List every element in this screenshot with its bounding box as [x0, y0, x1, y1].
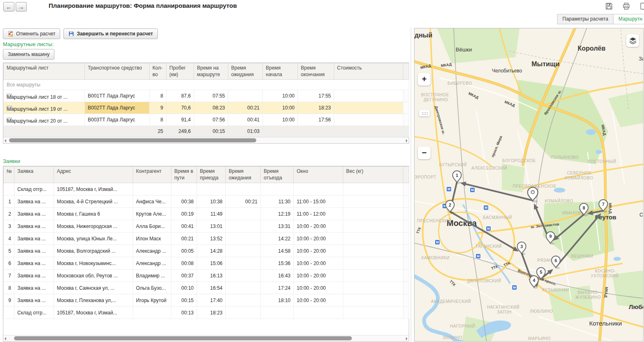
cell-address[interactable]: Москва г, Плеханова ул,... [54, 294, 133, 307]
cell-travel[interactable]: 00:08 [171, 257, 197, 270]
cell-window[interactable] [294, 183, 343, 195]
cell-num[interactable]: 6 [4, 257, 14, 270]
cell-wait[interactable] [226, 294, 261, 307]
cell-request[interactable]: Заявка на ... [14, 245, 54, 257]
route-marker-9[interactable]: 9 [546, 232, 555, 245]
cell-arrival[interactable]: 16:13 [197, 270, 226, 282]
column-header[interactable]: Маршрутный лист [4, 63, 85, 80]
route-marker-6[interactable]: 6 [552, 256, 560, 269]
cell-wait[interactable] [226, 233, 261, 245]
route-sheet-row[interactable]: Маршрутный лист 20 от ...B003TT Лада Лар… [4, 114, 409, 126]
cell-wait_time[interactable] [228, 90, 263, 102]
panel-splitter[interactable] [411, 28, 412, 342]
cell-wait[interactable] [226, 220, 261, 233]
route-marker-4[interactable]: 4 [530, 276, 539, 289]
cell-departure[interactable]: 18:10 [261, 294, 294, 307]
cell-departure[interactable]: 12:19 [261, 208, 294, 220]
column-header[interactable]: Время ожидания [226, 167, 261, 183]
cell-address[interactable]: 105187, Москва г, Измай... [54, 183, 133, 195]
cell-arrival[interactable]: 10:38 [197, 195, 226, 208]
column-header[interactable]: Транспортное средство [85, 63, 150, 80]
route-marker-2[interactable]: 2 [446, 200, 454, 214]
cell-arrival[interactable]: 14:28 [197, 245, 226, 257]
map-panel[interactable]: дныйВёшкиКоролёвМытищиЧелобитьевоМоскваР… [414, 28, 644, 342]
cell-arrival[interactable]: 13:01 [197, 220, 226, 233]
cell-name[interactable]: Маршрутный лист 20 от ... [4, 114, 85, 126]
print-icon[interactable] [623, 2, 630, 10]
column-header[interactable]: Адрес [54, 167, 133, 183]
cell-distance[interactable]: 91,4 [166, 114, 194, 126]
cell-weight[interactable] [343, 233, 403, 245]
cell-distance[interactable]: 87,6 [166, 90, 194, 102]
cell-weight[interactable] [343, 294, 403, 307]
cell-num[interactable] [4, 183, 14, 195]
route-sheet-row[interactable]: Маршрутный лист 18 от ...B001TT Лада Лар… [4, 90, 409, 102]
cell-address[interactable]: Москва, Волгоградский ... [54, 245, 133, 257]
cell-end[interactable]: 18:23 [298, 102, 334, 114]
cell-vehicle[interactable]: B001TT Лада Ларгус [85, 90, 150, 102]
cell-num[interactable]: 2 [4, 208, 14, 220]
cell-travel[interactable]: 00:05 [171, 245, 197, 257]
column-header[interactable]: Окно [294, 167, 343, 183]
cell-counterparty[interactable]: Александр ... [133, 245, 171, 257]
scroll-right-icon[interactable] [406, 337, 407, 340]
cell-window[interactable]: 10:00 - 20:00 [294, 220, 343, 233]
finish-calc-button[interactable]: Завершить и перенести расчет [63, 28, 158, 39]
cell-travel[interactable]: 00:13 [171, 307, 197, 319]
request-row[interactable]: 8Заявка на ...Москва г, Саянская ул, ...… [4, 282, 409, 294]
cell-start[interactable]: 10:00 [263, 102, 298, 114]
cell-counterparty[interactable]: Крутов Але... [133, 208, 171, 220]
cell-window[interactable]: 11:00 - 12:00 [294, 208, 343, 220]
cell-num[interactable]: 7 [4, 270, 14, 282]
cell-request[interactable]: Склад отгр... [14, 183, 54, 195]
column-header[interactable]: Время начала [263, 63, 298, 80]
cell-cost[interactable] [334, 114, 403, 126]
group-row[interactable]: Все маршруты [4, 80, 409, 90]
cell-count[interactable]: 8 [150, 90, 166, 102]
cell-counterparty[interactable]: Анфиса Че... [133, 195, 171, 208]
cell-arrival[interactable]: 16:54 [197, 282, 226, 294]
scroll-thumb[interactable] [9, 138, 256, 142]
cell-start[interactable]: 10:00 [263, 114, 298, 126]
cell-num[interactable]: 4 [4, 233, 14, 245]
route-marker-1[interactable]: 1 [453, 171, 461, 184]
cell-travel[interactable]: 00:10 [171, 282, 197, 294]
cell-counterparty[interactable]: Игорь Крутой [133, 294, 171, 307]
route-marker-8[interactable]: 8 [580, 203, 588, 216]
cell-request[interactable]: Склад отгр... [14, 307, 54, 319]
column-header[interactable]: Стоимость [334, 63, 403, 80]
cell-counterparty[interactable] [133, 307, 171, 319]
layers-button[interactable] [626, 34, 639, 47]
requests-hscrollbar[interactable] [3, 335, 409, 341]
cell-travel[interactable] [171, 183, 197, 195]
column-header[interactable]: Время ожидания [228, 63, 263, 80]
scroll-left-icon[interactable] [5, 337, 6, 340]
cell-departure[interactable]: 14:22 [261, 233, 294, 245]
cell-wait[interactable]: 00:21 [226, 195, 261, 208]
request-row[interactable]: 2Заявка на ...Москва г, Гашека 6Крутов А… [4, 208, 409, 220]
cell-travel[interactable]: 00:38 [171, 195, 197, 208]
cell-wait[interactable] [226, 257, 261, 270]
cell-arrival[interactable]: 17:40 [197, 294, 226, 307]
cell-address[interactable]: Москва г, Новокузьминс... [54, 257, 133, 270]
cell-cost[interactable] [334, 90, 403, 102]
cell-weight[interactable] [343, 307, 403, 319]
cell-address[interactable]: Москва, улица Юных Ле... [54, 233, 133, 245]
cell-counterparty[interactable]: Владимир ... [133, 270, 171, 282]
cell-arrival[interactable]: 18:23 [197, 307, 226, 319]
column-header[interactable]: Время отъезда [261, 167, 294, 183]
cell-departure[interactable]: 17:24 [261, 282, 294, 294]
cell-request[interactable]: Заявка на ... [14, 270, 54, 282]
cell-request[interactable]: Заявка на ... [14, 220, 54, 233]
cell-weight[interactable] [343, 257, 403, 270]
cell-weight[interactable] [343, 282, 403, 294]
cell-travel[interactable]: 00:15 [171, 294, 197, 307]
cell-arrival[interactable]: 13:52 [197, 233, 226, 245]
cell-travel[interactable]: 00:19 [171, 208, 197, 220]
cell-num[interactable]: 9 [4, 294, 14, 307]
request-row[interactable]: 6Заявка на ...Москва г, Новокузьминс...А… [4, 257, 409, 270]
column-header[interactable]: Заявка [14, 167, 54, 183]
request-row[interactable]: Склад отгр...105187, Москва г, Измай... [4, 183, 409, 195]
cell-departure[interactable]: 13:31 [261, 220, 294, 233]
cell-wait[interactable] [226, 245, 261, 257]
